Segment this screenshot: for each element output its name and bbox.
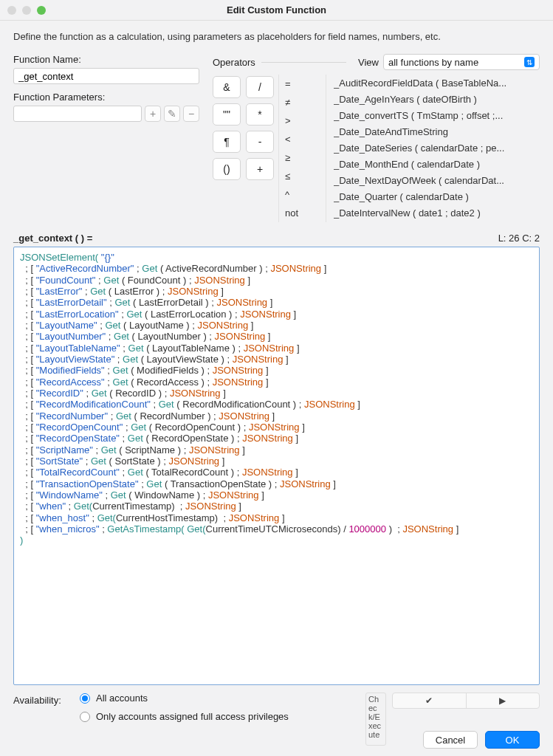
calculation-editor[interactable]: JSONSetElement( "{}" ; [ "ActiveRecordNu… xyxy=(13,247,540,685)
run-button[interactable]: ▶ xyxy=(467,693,540,708)
function-parameters-label: Function Parameters: xyxy=(13,92,199,103)
operator-button[interactable]: + xyxy=(246,158,274,180)
edit-parameter-button[interactable]: ✎ xyxy=(164,106,180,122)
titlebar: Edit Custom Function xyxy=(0,0,553,21)
bottom-row: Availability: All accounts Only accounts… xyxy=(13,693,540,749)
check-execute-label: Check/Execute xyxy=(365,693,386,746)
pencil-icon: ✎ xyxy=(168,108,176,120)
availability-options: All accounts Only accounts assigned full… xyxy=(80,693,360,722)
comparison-op[interactable]: < xyxy=(285,130,321,148)
operator-button[interactable]: ¶ xyxy=(213,131,241,153)
left-column: Function Name: Function Parameters: + ✎ … xyxy=(13,54,199,222)
radio-icon xyxy=(80,693,90,704)
comparison-op[interactable]: ≤ xyxy=(285,167,321,185)
radio-label: Only accounts assigned full access privi… xyxy=(96,711,289,722)
cursor-position: L: 26 C: 2 xyxy=(498,233,540,244)
minus-icon: − xyxy=(188,108,194,120)
function-list-item[interactable]: _Date_Quarter ( calendarDate ) xyxy=(334,188,540,205)
function-list-item[interactable]: _Date_convertTS ( TmStamp ; offset ;... xyxy=(334,107,540,123)
operator-button[interactable]: / xyxy=(246,76,274,98)
view-select-value: all functions by name xyxy=(388,57,478,68)
function-list-item[interactable]: _Date_NextDayOfWeek ( calendarDat... xyxy=(334,172,540,188)
view-select[interactable]: all functions by name ⇅ xyxy=(383,54,540,70)
operators-header: Operators View all functions by name ⇅ xyxy=(213,54,540,70)
function-list[interactable]: _AuditRecordFieldData ( BaseTableNa..._D… xyxy=(326,75,540,222)
parameter-row: + ✎ − xyxy=(13,106,199,122)
comparison-list[interactable]: =≠><≥≤^notand xyxy=(278,75,321,222)
chevron-updown-icon: ⇅ xyxy=(524,57,535,67)
function-name-input[interactable] xyxy=(13,68,199,84)
operator-button[interactable]: () xyxy=(213,158,241,180)
parameter-input[interactable] xyxy=(13,106,142,122)
comparison-op[interactable]: not xyxy=(285,204,321,222)
play-icon: ▶ xyxy=(499,695,506,706)
availability-full-access[interactable]: Only accounts assigned full access privi… xyxy=(80,711,360,722)
check-icon: ✔ xyxy=(425,695,433,706)
function-list-item[interactable]: _Date_AgeInYears ( dateOfBirth ) xyxy=(334,91,540,107)
comparison-op[interactable]: ^ xyxy=(285,185,321,204)
function-list-item[interactable]: _Date_MonthEnd ( calendarDate ) xyxy=(334,156,540,172)
operator-button[interactable]: "" xyxy=(213,103,241,126)
top-row: Function Name: Function Parameters: + ✎ … xyxy=(13,54,540,222)
ok-button[interactable]: OK xyxy=(485,731,540,749)
function-list-item[interactable]: _Date_DateAndTimeString xyxy=(334,123,540,140)
dialog-buttons: Cancel OK xyxy=(392,731,540,749)
availability-label: Availability: xyxy=(13,693,74,706)
signature-row: _get_context ( ) = L: 26 C: 2 xyxy=(13,233,540,244)
radio-icon xyxy=(80,712,90,722)
check-button[interactable]: ✔ xyxy=(393,693,467,708)
plus-icon: + xyxy=(150,108,156,120)
window-title: Edit Custom Function xyxy=(0,4,553,16)
comparison-op[interactable]: ≥ xyxy=(285,148,321,167)
operator-button[interactable]: * xyxy=(246,103,274,126)
comparison-op[interactable]: = xyxy=(285,75,321,93)
operator-button[interactable]: & xyxy=(213,76,241,98)
cancel-button[interactable]: Cancel xyxy=(423,731,478,749)
check-run-toolbar: ✔ ▶ xyxy=(392,693,540,709)
function-list-item[interactable]: _Date_DateSeries ( calendarDate ; pe... xyxy=(334,140,540,156)
intro-text: Define the function as a calculation, us… xyxy=(13,31,540,42)
right-buttons: ✔ ▶ Cancel OK xyxy=(392,693,540,749)
separator-line xyxy=(261,62,346,63)
operators-label: Operators xyxy=(213,57,255,68)
dialog-content: Define the function as a calculation, us… xyxy=(0,21,553,756)
operator-button[interactable]: - xyxy=(246,131,274,153)
function-signature: _get_context ( ) = xyxy=(13,233,92,244)
function-list-item[interactable]: _AuditRecordFieldData ( BaseTableNa... xyxy=(334,75,540,91)
comparison-op[interactable]: > xyxy=(285,111,321,130)
remove-parameter-button[interactable]: − xyxy=(183,106,199,122)
operator-grid: &/""*¶-()+ xyxy=(213,75,274,222)
operators-body: &/""*¶-()+ =≠><≥≤^notand _AuditRecordFie… xyxy=(213,75,540,222)
availability-all-accounts[interactable]: All accounts xyxy=(80,693,360,704)
operators-column: Operators View all functions by name ⇅ &… xyxy=(213,54,540,222)
function-name-label: Function Name: xyxy=(13,54,199,65)
function-list-item[interactable]: _DateIntervalNew ( date1 ; date2 ) xyxy=(334,205,540,221)
radio-label: All accounts xyxy=(96,693,148,704)
view-label: View xyxy=(358,57,379,68)
dialog-window: Edit Custom Function Define the function… xyxy=(0,0,553,756)
comparison-op[interactable]: ≠ xyxy=(285,93,321,111)
add-parameter-button[interactable]: + xyxy=(145,106,161,122)
